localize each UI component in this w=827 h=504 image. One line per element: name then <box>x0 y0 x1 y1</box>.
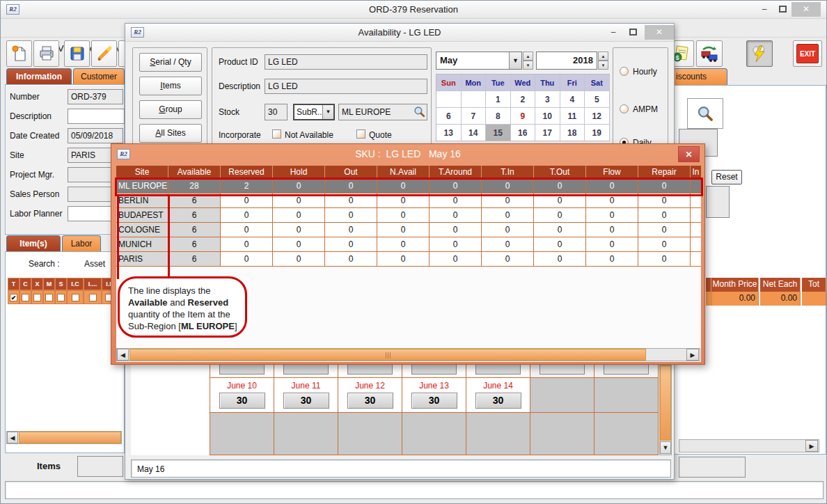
sku-col-flow[interactable]: Flow <box>586 166 638 179</box>
minimize-icon[interactable]: – <box>604 26 622 39</box>
schedule-empty-cell[interactable] <box>338 413 402 455</box>
checkbox-i2[interactable] <box>84 290 102 304</box>
sku-cell[interactable]: 0 <box>377 252 430 267</box>
spin-up-icon[interactable]: ▲ <box>523 52 533 61</box>
sku-cell[interactable]: 0 <box>534 208 586 223</box>
calendar-day-today[interactable]: 9 <box>511 108 536 125</box>
transfer-button[interactable] <box>696 40 723 67</box>
schedule-empty-cell[interactable] <box>530 413 594 455</box>
sku-cell[interactable]: 0 <box>377 237 430 252</box>
col-header-i2[interactable]: I.... <box>84 278 102 290</box>
sku-cell[interactable]: 0 <box>273 208 325 223</box>
quote-checkbox[interactable] <box>356 129 365 139</box>
sku-col-repair[interactable]: Repair <box>638 166 691 179</box>
schedule-empty-cell[interactable] <box>274 413 338 455</box>
sku-cell[interactable]: 0 <box>482 194 534 208</box>
col-header-s[interactable]: S <box>55 278 67 290</box>
close-icon[interactable]: ✕ <box>678 146 700 162</box>
checkbox-x[interactable] <box>31 290 43 304</box>
sku-cell[interactable]: 0 <box>221 194 273 208</box>
region-type-dropdown[interactable]: SubR... ▼ <box>293 104 335 120</box>
sku-cell[interactable]: 0 <box>586 208 638 223</box>
sku-cell[interactable]: 0 <box>482 208 534 223</box>
schedule-day-cell[interactable]: June 14 30 <box>466 378 530 413</box>
sku-cell[interactable]: 0 <box>586 237 638 252</box>
description-field[interactable]: LG LED <box>265 79 427 94</box>
items-hscrollbar[interactable]: ◀ <box>6 431 122 444</box>
sku-row-site[interactable]: PARIS <box>116 252 168 267</box>
sku-cell[interactable]: 0 <box>325 179 377 194</box>
calendar-day[interactable]: 1 <box>486 91 511 108</box>
calendar-day[interactable]: 16 <box>511 125 536 141</box>
net-each-header[interactable]: Net Each <box>760 278 801 292</box>
tab-items[interactable]: Item(s) <box>6 235 61 252</box>
calendar-day[interactable] <box>436 91 462 108</box>
sku-cell[interactable]: 0 <box>638 194 691 208</box>
calendar-day[interactable]: 17 <box>535 125 560 141</box>
sku-cell[interactable]: 0 <box>638 252 691 267</box>
checkbox-s[interactable] <box>55 290 67 304</box>
sku-cell[interactable]: 6 <box>168 194 221 208</box>
chevron-down-icon[interactable]: ▼ <box>509 52 521 69</box>
month-price-header[interactable]: Month Price <box>711 278 759 292</box>
qty-button[interactable]: 30 <box>347 393 393 409</box>
sku-cell[interactable]: 0 <box>325 237 377 252</box>
schedule-cell[interactable] <box>594 365 659 378</box>
sku-cell[interactable]: 0 <box>534 252 586 267</box>
schedule-cell[interactable] <box>274 365 338 378</box>
sku-cell[interactable]: 0 <box>377 179 430 194</box>
sku-cell[interactable]: 0 <box>534 237 586 252</box>
calendar-day[interactable]: 11 <box>560 108 585 125</box>
sku-row-site[interactable]: ML EUROPE <box>116 179 168 194</box>
product-id-field[interactable]: LG LED <box>265 54 427 70</box>
sku-cell[interactable]: 0 <box>221 252 273 267</box>
sku-row-site[interactable]: COLOGNE <box>116 223 168 237</box>
sku-col-tin[interactable]: T.In <box>482 166 534 179</box>
sku-cell[interactable]: 2 <box>221 179 273 194</box>
schedule-cell[interactable] <box>530 365 594 378</box>
new-document-button[interactable] <box>6 40 32 67</box>
schedule-day-cell[interactable]: June 11 30 <box>274 378 338 413</box>
customer-search-button[interactable] <box>687 98 723 129</box>
schedule-cell[interactable] <box>402 365 466 378</box>
sku-cell[interactable]: 0 <box>482 179 534 194</box>
calendar-day[interactable]: 19 <box>585 125 610 141</box>
checkbox-t[interactable]: ✔ <box>8 290 19 304</box>
sku-cell[interactable]: 0 <box>430 179 482 194</box>
sku-cell[interactable]: 0 <box>638 237 691 252</box>
sku-cell[interactable]: 0 <box>377 194 430 208</box>
search-icon[interactable] <box>414 106 425 118</box>
sku-cell[interactable] <box>691 237 701 252</box>
schedule-day-cell[interactable]: June 13 30 <box>402 378 466 413</box>
col-header-ic[interactable]: I.C <box>67 278 84 290</box>
group-button[interactable]: Group <box>139 100 202 119</box>
reset-button[interactable]: Reset <box>711 170 742 184</box>
month-spinner[interactable]: ▲ ▼ <box>523 52 533 70</box>
sku-cell[interactable]: 0 <box>273 179 325 194</box>
detail-hscrollbar[interactable]: ▶ <box>679 439 819 452</box>
month-dropdown[interactable]: May ▼ <box>436 52 522 70</box>
close-icon[interactable]: ✕ <box>645 25 674 40</box>
chevron-down-icon[interactable]: ▼ <box>322 105 333 119</box>
sku-cell[interactable]: 0 <box>638 179 691 194</box>
tab-information[interactable]: Information <box>6 68 72 85</box>
sku-cell[interactable]: 0 <box>273 252 325 267</box>
scrollbar-thumb[interactable] <box>660 365 671 441</box>
totals-field[interactable] <box>679 457 746 478</box>
sku-cell[interactable]: 0 <box>534 223 586 237</box>
sku-cell[interactable]: 0 <box>221 237 273 252</box>
calendar-day[interactable]: 6 <box>436 108 462 125</box>
schedule-cell[interactable] <box>210 365 274 378</box>
schedule-empty-cell[interactable] <box>594 413 659 455</box>
sku-cell[interactable]: 0 <box>273 237 325 252</box>
sku-cell[interactable]: 0 <box>638 223 691 237</box>
schedule-day-cell[interactable]: June 10 30 <box>210 378 274 413</box>
sku-cell[interactable]: 6 <box>168 223 221 237</box>
sku-cell[interactable]: 0 <box>482 237 534 252</box>
sku-cell[interactable]: 0 <box>221 208 273 223</box>
edit-button[interactable] <box>91 40 117 67</box>
calendar-day[interactable]: 12 <box>585 108 610 125</box>
date-created-field[interactable]: 05/09/2018 <box>68 128 123 143</box>
sku-col-out[interactable]: Out <box>325 166 377 179</box>
calendar-day[interactable]: 10 <box>535 108 560 125</box>
